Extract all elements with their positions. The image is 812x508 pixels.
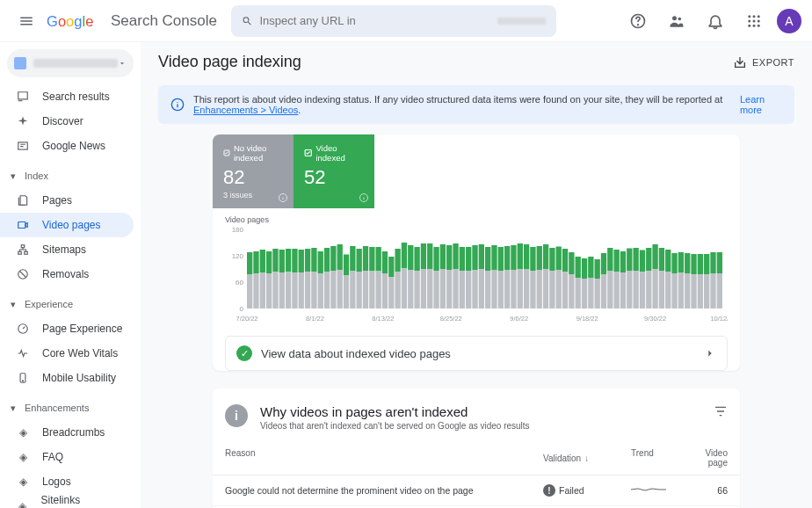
google-logo[interactable]: Google Search Console [46,11,217,31]
svg-rect-126 [537,246,542,270]
section-experience[interactable]: ▾Experience [0,292,141,316]
svg-text:8/13/22: 8/13/22 [372,315,394,323]
apps-icon[interactable] [738,5,770,37]
svg-rect-95 [433,271,439,308]
svg-rect-101 [453,269,458,308]
info-icon [170,98,185,112]
nav-page-experience[interactable]: Page Experience [0,316,134,341]
svg-rect-100 [453,243,458,269]
svg-rect-73 [363,271,368,308]
nav-pages[interactable]: Pages [0,188,134,213]
svg-rect-62 [330,246,336,271]
svg-rect-165 [659,271,664,308]
svg-rect-37 [247,274,252,308]
svg-text:10/12/22: 10/12/22 [710,315,728,323]
svg-point-13 [758,24,760,26]
tile-no-video-indexed[interactable]: No video indexed 82 3 issues [213,134,294,208]
svg-text:7/20/22: 7/20/22 [236,315,257,323]
nav-search-results[interactable]: Search results [0,84,134,109]
nav-video-pages[interactable]: Video pages [0,213,134,237]
info-icon[interactable] [278,192,288,203]
nav-core-web-vitals[interactable]: Core Web Vitals [0,341,134,366]
svg-rect-102 [460,247,465,271]
svg-point-22 [22,381,23,381]
svg-rect-38 [253,251,258,273]
nav-removals[interactable]: Removals [0,262,134,287]
svg-rect-86 [408,245,413,270]
avatar[interactable]: A [777,9,801,33]
table-header: Reason Validation ↓ Trend Video page [213,441,740,475]
svg-rect-122 [524,244,529,270]
svg-rect-111 [485,271,490,308]
people-icon[interactable] [661,5,692,37]
svg-rect-141 [582,279,587,308]
svg-text:60: 60 [236,279,243,287]
svg-rect-159 [640,272,645,308]
svg-rect-41 [260,272,265,308]
svg-text:Google: Google [47,12,93,28]
svg-rect-179 [704,274,709,308]
svg-rect-120 [518,243,523,269]
search-input[interactable] [259,14,497,27]
nav-discover[interactable]: Discover [0,109,134,134]
nav-sitelinks[interactable]: ◈Sitelinks searchbox [0,494,134,508]
svg-rect-71 [357,272,362,309]
svg-point-3 [672,16,677,20]
nav-logos[interactable]: ◈Logos [0,469,134,494]
svg-rect-69 [350,271,355,308]
svg-rect-77 [375,272,381,309]
svg-rect-143 [588,278,593,308]
chevron-right-icon [704,347,716,359]
svg-rect-129 [543,269,548,308]
svg-rect-117 [504,271,510,309]
info-icon[interactable] [359,192,369,203]
svg-rect-178 [704,254,709,274]
svg-rect-154 [627,249,632,272]
tile-video-indexed[interactable]: Video indexed 52 [294,134,374,208]
table-row[interactable]: Google could not determine the prominent… [213,475,740,506]
svg-rect-63 [330,271,336,308]
svg-rect-65 [337,270,343,308]
svg-rect-175 [691,274,696,308]
nav-sitemaps[interactable]: Sitemaps [0,237,134,262]
section-index[interactable]: ▾Index [0,163,141,188]
svg-rect-113 [491,270,497,308]
svg-rect-43 [266,273,272,308]
nav-mobile-usability[interactable]: Mobile Usability [0,366,134,390]
help-icon[interactable] [622,5,654,37]
svg-rect-123 [524,270,529,309]
svg-rect-156 [633,248,638,271]
section-enhancements[interactable]: ▾Enhancements [0,396,141,420]
svg-rect-128 [543,244,548,269]
svg-rect-17 [18,251,22,254]
svg-rect-160 [646,248,651,271]
learn-more-link[interactable]: Learn more [740,94,782,115]
svg-rect-170 [678,252,684,272]
svg-rect-172 [685,253,690,273]
enhancements-videos-link[interactable]: Enhancements > Videos [193,105,298,115]
svg-rect-173 [685,273,690,308]
view-indexed-data-row[interactable]: ✓ View data about indexed video pages [225,336,728,371]
svg-rect-57 [311,272,316,308]
filter-icon[interactable] [714,404,728,421]
svg-rect-58 [318,251,323,273]
export-button[interactable]: EXPORT [733,55,794,69]
svg-rect-103 [460,271,465,308]
svg-text:9/30/22: 9/30/22 [644,315,666,323]
nav-breadcrumbs[interactable]: ◈Breadcrumbs [0,420,134,445]
url-search[interactable] [231,5,556,37]
notifications-icon[interactable] [700,5,731,37]
svg-rect-79 [382,273,388,308]
svg-rect-162 [652,244,657,269]
sort-down-icon[interactable]: ↓ [584,454,589,463]
svg-rect-137 [569,274,574,308]
nav-faq[interactable]: ◈FAQ [0,445,134,469]
why-subtitle: Videos that aren't indexed can't be serv… [260,421,530,431]
svg-rect-138 [576,257,581,278]
property-selector[interactable] [7,49,134,77]
nav-google-news[interactable]: Google News [0,134,134,158]
why-not-indexed-card: i Why videos in pages aren't indexed Vid… [213,388,740,508]
info-badge-icon: i [225,404,248,427]
hamburger-menu[interactable] [11,5,42,37]
svg-rect-92 [427,243,432,269]
